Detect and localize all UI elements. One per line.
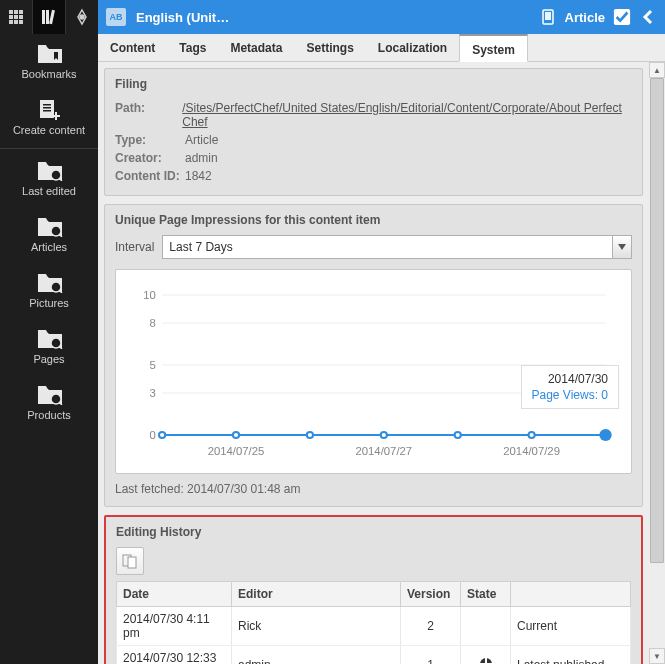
header: AB English (Unit… Article — [98, 0, 665, 34]
collapse-chevron-icon[interactable] — [639, 8, 657, 26]
type-label: Type: — [115, 133, 185, 147]
sidebar: Bookmarks Create content Last edited Art… — [0, 0, 98, 664]
last-fetched: Last fetched: 2014/07/30 01:48 am — [115, 482, 632, 496]
svg-rect-14 — [43, 104, 51, 106]
cell-state-icon — [461, 646, 511, 665]
svg-text:2014/07/27: 2014/07/27 — [355, 445, 412, 457]
svg-rect-7 — [14, 20, 18, 24]
sidebar-item-products[interactable]: Products — [0, 375, 98, 431]
cell-date: 2014/07/30 12:33 am — [117, 646, 232, 665]
sidebar-item-create-content[interactable]: Create content — [0, 90, 98, 146]
sidebar-item-label: Products — [27, 409, 70, 421]
svg-rect-10 — [46, 10, 49, 24]
tab-metadata[interactable]: Metadata — [218, 34, 294, 61]
chevron-down-icon[interactable] — [612, 235, 632, 259]
col-version[interactable]: Version — [401, 582, 461, 607]
tab-tags[interactable]: Tags — [167, 34, 218, 61]
svg-text:10: 10 — [143, 289, 156, 301]
svg-rect-6 — [9, 20, 13, 24]
svg-text:8: 8 — [150, 317, 156, 329]
svg-rect-3 — [9, 15, 13, 19]
svg-point-19 — [51, 170, 61, 180]
tooltip-value: Page Views: 0 — [532, 388, 609, 402]
svg-text:2014/07/29: 2014/07/29 — [503, 445, 560, 457]
cell-editor: admin — [232, 646, 401, 665]
cell-version: 1 — [401, 646, 461, 665]
device-icon[interactable] — [539, 8, 557, 26]
svg-rect-2 — [19, 10, 23, 14]
svg-point-46 — [160, 433, 164, 437]
sidebar-item-bookmarks[interactable]: Bookmarks — [0, 34, 98, 90]
impressions-title: Unique Page Impressions for this content… — [115, 213, 632, 227]
interval-select[interactable]: Last 7 Days — [162, 235, 632, 259]
creator-label: Creator: — [115, 151, 185, 165]
compare-versions-button[interactable] — [116, 547, 144, 575]
vertical-scrollbar[interactable]: ▲ ▼ — [649, 62, 665, 664]
cell-state: Current — [511, 607, 631, 646]
scrollbar-thumb[interactable] — [650, 78, 664, 563]
interval-value[interactable]: Last 7 Days — [162, 235, 612, 259]
header-type-label: Article — [565, 10, 605, 25]
filing-path-link[interactable]: /Sites/PerfectChef/United States/English… — [182, 101, 632, 129]
sidebar-item-last-edited[interactable]: Last edited — [0, 151, 98, 207]
svg-rect-9 — [42, 10, 45, 24]
tab-settings[interactable]: Settings — [294, 34, 365, 61]
scroll-up-icon[interactable]: ▲ — [649, 62, 665, 78]
history-table: Date Editor Version State 2014/07/30 4:1… — [116, 581, 631, 664]
col-date[interactable]: Date — [117, 582, 232, 607]
filing-contentid-value: 1842 — [185, 169, 212, 183]
scroll-down-icon[interactable]: ▼ — [649, 648, 665, 664]
col-state-text[interactable] — [511, 582, 631, 607]
cell-state-icon — [461, 607, 511, 646]
svg-point-21 — [51, 226, 61, 236]
approve-check-icon[interactable] — [613, 8, 631, 26]
sidebar-item-pictures[interactable]: Pictures — [0, 263, 98, 319]
table-row[interactable]: 2014/07/30 12:33 amadmin1Latest publishe… — [117, 646, 631, 665]
svg-rect-5 — [19, 15, 23, 19]
svg-point-50 — [308, 433, 312, 437]
filing-title: Filing — [115, 77, 632, 91]
sidebar-item-pages[interactable]: Pages — [0, 319, 98, 375]
tab-localization[interactable]: Localization — [366, 34, 459, 61]
last-edited-folder-icon — [37, 159, 61, 181]
sidebar-item-label: Create content — [13, 124, 85, 136]
table-row[interactable]: 2014/07/30 4:11 pmRick2Current — [117, 607, 631, 646]
tab-system[interactable]: System — [459, 34, 528, 62]
svg-point-52 — [382, 433, 386, 437]
pictures-folder-icon — [37, 271, 61, 293]
pages-folder-icon — [37, 327, 61, 349]
document-type-icon: AB — [106, 8, 126, 26]
cell-version: 2 — [401, 607, 461, 646]
cell-state: Latest published — [511, 646, 631, 665]
sidebar-item-articles[interactable]: Articles — [0, 207, 98, 263]
svg-point-25 — [51, 338, 61, 348]
svg-rect-8 — [19, 20, 23, 24]
sidebar-item-label: Pages — [33, 353, 64, 365]
create-content-icon — [37, 98, 61, 120]
target-icon[interactable] — [66, 0, 98, 34]
library-icon[interactable] — [33, 0, 66, 34]
col-state-icon[interactable]: State — [461, 582, 511, 607]
bookmark-folder-icon — [37, 42, 61, 64]
history-title: Editing History — [116, 525, 631, 539]
svg-rect-11 — [49, 10, 55, 24]
svg-point-23 — [51, 282, 61, 292]
svg-text:0: 0 — [150, 429, 156, 441]
impressions-chart: 0358102014/07/252014/07/272014/07/29 201… — [115, 269, 632, 474]
svg-text:5: 5 — [150, 359, 156, 371]
svg-rect-16 — [43, 110, 51, 112]
svg-text:3: 3 — [150, 387, 156, 399]
tab-content[interactable]: Content — [98, 34, 167, 61]
svg-text:2014/07/25: 2014/07/25 — [208, 445, 265, 457]
contentid-label: Content ID: — [115, 169, 185, 183]
col-editor[interactable]: Editor — [232, 582, 401, 607]
svg-rect-13 — [40, 100, 54, 118]
svg-rect-59 — [128, 557, 136, 568]
path-label: Path: — [115, 101, 182, 129]
apps-icon[interactable] — [0, 0, 33, 34]
svg-rect-30 — [545, 12, 551, 20]
cell-editor: Rick — [232, 607, 401, 646]
sidebar-item-label: Bookmarks — [21, 68, 76, 80]
svg-point-56 — [530, 433, 534, 437]
chart-tooltip: 2014/07/30 Page Views: 0 — [521, 365, 620, 409]
